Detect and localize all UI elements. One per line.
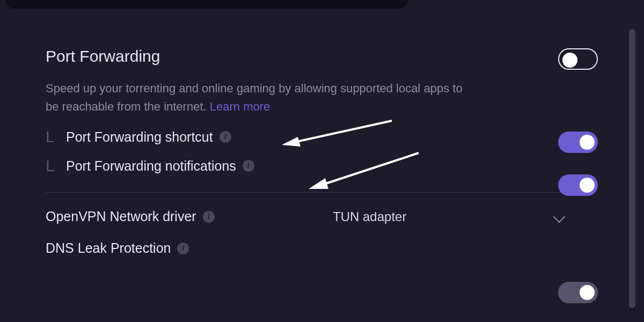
openvpn-driver-row: OpenVPN Network driver i TUN adapter <box>46 209 580 224</box>
settings-panel: Port Forwarding Speed up your torrenting… <box>46 21 580 256</box>
toggle-knob <box>580 178 595 193</box>
dns-leak-row: DNS Leak Protection i <box>46 240 580 256</box>
section-divider <box>46 192 580 193</box>
port-forwarding-shortcut-label: Port Forwarding shortcut <box>66 129 213 145</box>
port-forwarding-notifications-label: Port Forwarding notifications <box>66 158 236 174</box>
port-forwarding-notifications-row: L Port Forwarding notifications i <box>46 158 580 174</box>
port-forwarding-notifications-toggle[interactable] <box>558 174 598 196</box>
tree-branch-icon: L <box>46 129 56 145</box>
info-icon[interactable]: i <box>219 131 231 143</box>
toggle-knob <box>562 53 577 68</box>
port-forwarding-shortcut-toggle[interactable] <box>558 131 598 153</box>
info-icon[interactable]: i <box>243 160 254 172</box>
openvpn-driver-select[interactable]: TUN adapter <box>333 209 580 224</box>
port-forwarding-title: Port Forwarding <box>46 47 580 65</box>
toggle-knob <box>580 135 595 150</box>
learn-more-link[interactable]: Learn more <box>210 100 270 113</box>
top-tab-bar <box>5 0 408 9</box>
info-icon[interactable]: i <box>177 243 189 254</box>
openvpn-driver-selected-value: TUN adapter <box>333 209 406 224</box>
openvpn-driver-label: OpenVPN Network driver <box>46 209 196 224</box>
port-forwarding-shortcut-row: L Port Forwarding shortcut i <box>46 129 580 145</box>
dns-leak-label: DNS Leak Protection <box>46 240 171 256</box>
chevron-down-icon <box>553 210 566 223</box>
dns-leak-toggle[interactable] <box>558 282 598 303</box>
info-icon[interactable]: i <box>203 211 215 223</box>
tree-branch-icon: L <box>46 158 56 174</box>
port-forwarding-toggle[interactable] <box>558 48 598 70</box>
scrollbar[interactable] <box>629 29 635 308</box>
port-forwarding-description: Speed up your torrenting and online gami… <box>46 79 475 116</box>
toggle-knob <box>580 285 595 300</box>
